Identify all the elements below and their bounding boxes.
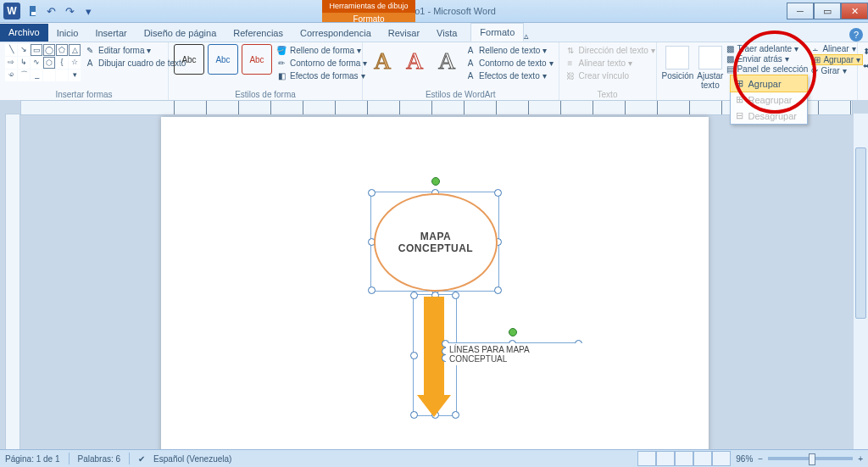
- view-print-layout[interactable]: [637, 451, 656, 466]
- link-icon: ⛓: [565, 69, 576, 81]
- dropdown-item-group[interactable]: ⊞Agrupar: [730, 75, 808, 92]
- group-arrange: Posición Ajustar texto ▩Traer adelante ▾…: [657, 42, 858, 100]
- tab-format[interactable]: Formato: [470, 23, 524, 42]
- pencil-outline-icon: ✏: [275, 57, 287, 69]
- shape-style-gallery[interactable]: Abc Abc Abc: [174, 44, 272, 75]
- text-fill-icon: A: [465, 44, 476, 56]
- help-icon[interactable]: ?: [849, 28, 863, 42]
- view-outline[interactable]: [693, 451, 712, 466]
- contextual-tab-label[interactable]: Formato: [322, 13, 415, 25]
- tab-file[interactable]: Archivo: [0, 24, 48, 42]
- wordart-sample[interactable]: A: [400, 44, 429, 78]
- horizontal-ruler[interactable]: [20, 100, 853, 115]
- shape-outline-button[interactable]: ✏Contorno de forma ▾: [275, 57, 367, 69]
- text-box-icon: A: [84, 57, 96, 69]
- rotate-button[interactable]: ⟳Girar ▾: [811, 66, 863, 75]
- text-outline-button[interactable]: AContorno de texto ▾: [465, 57, 554, 69]
- shape-width-input[interactable]: ⬌▴▾: [863, 58, 869, 72]
- title-bar: W ↶ ↷ ▾ Documento1 - Microsoft Word Herr…: [0, 0, 868, 23]
- text-outline-icon: A: [465, 57, 476, 69]
- proofing-icon[interactable]: ✔: [138, 454, 145, 464]
- group-wordart-styles: A A A ARelleno de texto ▾ AContorno de t…: [363, 42, 559, 100]
- align-button[interactable]: ⫠Alinear ▾: [811, 44, 863, 53]
- align-text-icon: ≡: [565, 57, 576, 69]
- effects-icon: ◧: [275, 69, 287, 81]
- style-sample[interactable]: Abc: [208, 44, 238, 75]
- tab-view[interactable]: Vista: [428, 25, 465, 42]
- bring-forward-button[interactable]: ▩Traer adelante ▾: [726, 44, 808, 53]
- style-sample[interactable]: Abc: [242, 44, 272, 75]
- dropdown-item-ungroup: ⊟Desagrupar: [731, 108, 807, 124]
- regroup-icon: ⊞: [736, 94, 743, 105]
- ribbon-tabs: Archivo Inicio Insertar Diseño de página…: [0, 23, 868, 42]
- shape-height-input[interactable]: ⬍▴▾: [863, 44, 869, 58]
- vertical-scrollbar[interactable]: [853, 114, 868, 450]
- bring-forward-icon: ▩: [726, 44, 734, 53]
- create-link-button: ⛓Crear vínculo: [565, 69, 655, 81]
- tab-page-layout[interactable]: Diseño de página: [136, 25, 225, 42]
- status-word-count[interactable]: Palabras: 6: [78, 454, 121, 464]
- window-controls: ─ ▭ ✕: [787, 3, 868, 19]
- align-text-button: ≡Alinear texto ▾: [565, 57, 655, 69]
- view-full-screen[interactable]: [656, 451, 675, 466]
- wordart-sample[interactable]: A: [432, 44, 461, 78]
- view-web-layout[interactable]: [675, 451, 693, 466]
- shape-fill-button[interactable]: 🪣Relleno de forma ▾: [275, 44, 367, 56]
- group-size: ⬍▴▾ ⬌▴▾ Tamaño: [858, 42, 869, 100]
- dropdown-item-regroup: ⊞Reagrupar: [731, 92, 807, 108]
- shape-text-box[interactable]: LÍNEAS PARA MAPA CONCEPTUAL: [446, 343, 583, 365]
- shape-effects-button[interactable]: ◧Efectos de formas ▾: [275, 69, 367, 81]
- quick-access-toolbar: ↶ ↷ ▾: [24, 3, 97, 19]
- word-app-icon: W: [3, 3, 20, 19]
- align-icon: ⫠: [811, 44, 820, 53]
- status-page[interactable]: Página: 1 de 1: [5, 454, 60, 464]
- qat-customize-icon[interactable]: ▾: [80, 3, 97, 19]
- text-effects-button[interactable]: AEfectos de texto ▾: [465, 69, 554, 81]
- restore-button[interactable]: ▭: [814, 3, 841, 19]
- selection-pane-icon: ▤: [726, 64, 734, 74]
- text-fill-button[interactable]: ARelleno de texto ▾: [465, 44, 554, 56]
- shape-arrow-body[interactable]: [424, 297, 444, 395]
- tab-home[interactable]: Inicio: [48, 25, 87, 42]
- redo-icon[interactable]: ↷: [61, 3, 78, 19]
- group-icon: ⊞: [814, 55, 821, 64]
- position-button[interactable]: Posición: [662, 44, 694, 81]
- wrap-text-icon: [698, 46, 722, 69]
- tab-review[interactable]: Revisar: [380, 25, 428, 42]
- wordart-sample[interactable]: A: [368, 44, 397, 78]
- undo-icon[interactable]: ↶: [42, 3, 59, 19]
- tab-mailings[interactable]: Correspondencia: [292, 25, 380, 42]
- tab-references[interactable]: Referencias: [225, 25, 292, 42]
- minimize-button[interactable]: ─: [787, 3, 814, 19]
- send-backward-button[interactable]: ▩Enviar atrás ▾: [726, 54, 808, 64]
- document-area: MAPACONCEPTUAL LÍNEAS PARA MAPA CONCEPTU…: [0, 100, 868, 450]
- shape-arrow-head[interactable]: [417, 395, 451, 417]
- status-bar: Página: 1 de 1 Palabras: 6 ✔ Español (Ve…: [0, 449, 868, 467]
- contextual-tab-header: Herramientas de dibujo Formato: [322, 0, 415, 22]
- group-icon: ⊞: [736, 78, 743, 89]
- status-language[interactable]: Español (Venezuela): [153, 454, 231, 464]
- minimize-ribbon-icon[interactable]: ▵: [524, 31, 529, 42]
- shapes-gallery[interactable]: ╲↘▭◯⬠△ ⇨↳∿⬡{☆ ꩜⌒⎯▾: [5, 44, 81, 81]
- zoom-slider[interactable]: [768, 457, 853, 460]
- wrap-text-button[interactable]: Ajustar texto: [697, 44, 723, 90]
- group-label: Tamaño: [863, 90, 869, 100]
- close-button[interactable]: ✕: [841, 3, 868, 19]
- zoom-out-button[interactable]: −: [758, 454, 763, 464]
- svg-rect-1: [31, 12, 36, 15]
- status-zoom[interactable]: 96%: [736, 454, 753, 464]
- style-sample[interactable]: Abc: [174, 44, 204, 75]
- save-icon[interactable]: [24, 3, 41, 19]
- rotate-icon: ⟳: [811, 66, 818, 75]
- selection-pane-button[interactable]: ▤Panel de selección: [726, 64, 808, 74]
- view-draft[interactable]: [712, 451, 731, 466]
- scrollbar-thumb[interactable]: [855, 147, 866, 319]
- shape-oval[interactable]: MAPACONCEPTUAL: [374, 193, 498, 292]
- zoom-in-button[interactable]: +: [858, 454, 863, 464]
- group-insert-shapes: ╲↘▭◯⬠△ ⇨↳∿⬡{☆ ꩜⌒⎯▾ ✎Editar forma ▾ ADibu…: [0, 42, 169, 100]
- group-button[interactable]: ⊞Agrupar ▾: [811, 54, 863, 65]
- vertical-ruler[interactable]: [5, 114, 20, 450]
- tab-insert[interactable]: Insertar: [86, 25, 135, 42]
- zoom-slider-handle[interactable]: [809, 453, 815, 465]
- wordart-gallery[interactable]: A A A: [368, 44, 461, 78]
